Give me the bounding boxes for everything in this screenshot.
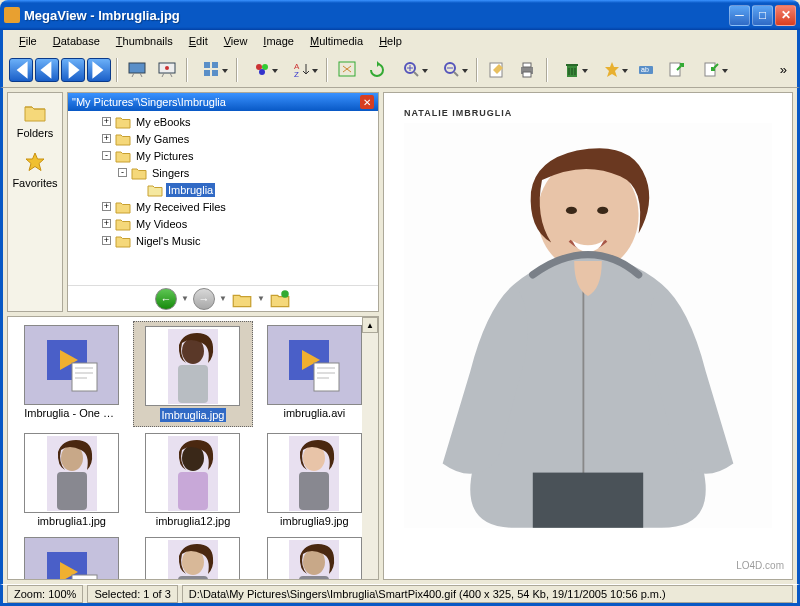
app-icon [4,7,20,23]
svg-point-9 [259,69,265,75]
preview-image [404,123,772,528]
preview-caption: NATALIE IMBRUGLIA [404,108,512,118]
tree-node[interactable]: +My eBooks [70,113,376,130]
thumbnail-grid[interactable]: ▲ Imbruglia - One M...Imbruglia.jpgimbru… [7,316,379,580]
menubar: File Database Thumbnails Edit View Image… [0,30,800,52]
thumbnail-item[interactable]: imbruglia.avi [255,321,374,427]
filter-button[interactable] [243,56,281,84]
zoom-out-button[interactable] [433,56,471,84]
presentation-button[interactable] [153,56,181,84]
sidebar-label-folders: Folders [17,127,54,139]
thumbnail-item[interactable]: imbruglia12.jpg [133,429,252,531]
svg-rect-6 [212,70,218,76]
menu-thumbnails[interactable]: Thumbnails [108,33,181,49]
thumbnail-item[interactable]: imbruglia9.jpg [255,429,374,531]
tree-close-button[interactable]: ✕ [360,95,374,109]
last-button[interactable] [87,58,111,82]
menu-image[interactable]: Image [255,33,302,49]
svg-rect-47 [299,576,329,581]
thumbnail-item[interactable]: Imbruglia - One M... [12,321,131,427]
thumbnail-item[interactable] [12,533,131,580]
thumbnail-item[interactable] [133,533,252,580]
svg-rect-5 [204,70,210,76]
svg-rect-44 [178,576,208,581]
preview-pane[interactable]: NATALIE IMBRUGLIA LO4D.com [383,92,793,580]
menu-help[interactable]: Help [371,33,410,49]
thumbnail-scrollbar[interactable]: ▲ [362,317,378,579]
svg-rect-36 [178,472,208,510]
tree-node[interactable]: +My Videos [70,215,376,232]
tree-node[interactable]: +My Received Files [70,198,376,215]
tree-node[interactable]: -My Pictures [70,147,376,164]
print-button[interactable] [513,56,541,84]
thumbnail-item[interactable]: imbruglia1.jpg [12,429,131,531]
svg-rect-18 [523,72,531,77]
zoom-in-button[interactable] [393,56,431,84]
menu-database[interactable]: Database [45,33,108,49]
svg-point-51 [597,207,608,214]
svg-rect-41 [72,575,97,580]
folder-tree[interactable]: +My eBooks+My Games-My Pictures-SingersI… [68,111,378,285]
tree-node[interactable]: +My Games [70,130,376,147]
minimize-button[interactable]: ─ [729,5,750,26]
tree-node[interactable]: Imbruglia [70,181,376,198]
svg-text:ab: ab [641,66,649,73]
svg-point-7 [256,64,262,70]
sidebar-tab-favorites[interactable]: Favorites [12,151,57,189]
tree-node[interactable]: -Singers [70,164,376,181]
fullscreen-button[interactable] [333,56,361,84]
tree-toolbar: ← ▼ → ▼ ▼ [68,285,378,311]
svg-rect-0 [129,63,145,73]
edit-button[interactable] [483,56,511,84]
svg-point-2 [165,66,169,70]
tree-refresh-button[interactable] [269,288,291,310]
maximize-button[interactable]: □ [752,5,773,26]
menu-view[interactable]: View [216,33,256,49]
tree-path: "My Pictures"\Singers\Imbruglia [72,96,226,108]
sidebar-label-favorites: Favorites [12,177,57,189]
watermark: LO4D.com [736,560,784,571]
status-path: D:\Data\My Pictures\Singers\Imbruglia\Sm… [182,585,793,603]
favorite-button[interactable] [593,56,631,84]
menu-multimedia[interactable]: Multimedia [302,33,371,49]
svg-point-23 [281,290,289,298]
toolbar-overflow-icon[interactable]: » [776,62,791,77]
star-icon [23,151,47,175]
sidebar-tab-folders[interactable]: Folders [17,101,54,139]
svg-point-8 [262,64,268,70]
svg-rect-33 [57,472,87,510]
rename-button[interactable]: ab [633,56,661,84]
slideshow-button[interactable] [123,56,151,84]
tree-back-button[interactable]: ← [155,288,177,310]
prev-button[interactable] [35,58,59,82]
import-button[interactable] [693,56,731,84]
sort-button[interactable]: AZ [283,56,321,84]
tree-node[interactable]: +Nigel's Music [70,232,376,249]
tree-up-button[interactable] [231,288,253,310]
svg-rect-25 [72,363,97,391]
window-title: MegaView - Imbruglia.jpg [24,8,727,23]
delete-button[interactable] [553,56,591,84]
scroll-up-icon[interactable]: ▲ [362,317,378,333]
menu-file[interactable]: File [11,33,45,49]
svg-point-50 [566,207,577,214]
svg-text:Z: Z [294,70,299,79]
svg-rect-28 [178,365,208,403]
statusbar: Zoom: 100% Selected: 1 of 3 D:\Data\My P… [0,584,800,606]
svg-rect-3 [204,62,210,68]
view-mode-button[interactable] [193,56,231,84]
tree-forward-button[interactable]: → [193,288,215,310]
menu-edit[interactable]: Edit [181,33,216,49]
svg-rect-30 [314,363,339,391]
svg-rect-39 [299,472,329,510]
first-button[interactable] [9,58,33,82]
thumbnail-item[interactable]: Imbruglia.jpg [133,321,252,427]
next-button[interactable] [61,58,85,82]
thumbnail-item[interactable] [255,533,374,580]
rotate-button[interactable] [363,56,391,84]
export-button[interactable] [663,56,691,84]
status-zoom: Zoom: 100% [7,585,83,603]
folder-icon [23,101,47,125]
close-button[interactable]: ✕ [775,5,796,26]
toolbar: AZ ab » [0,52,800,88]
